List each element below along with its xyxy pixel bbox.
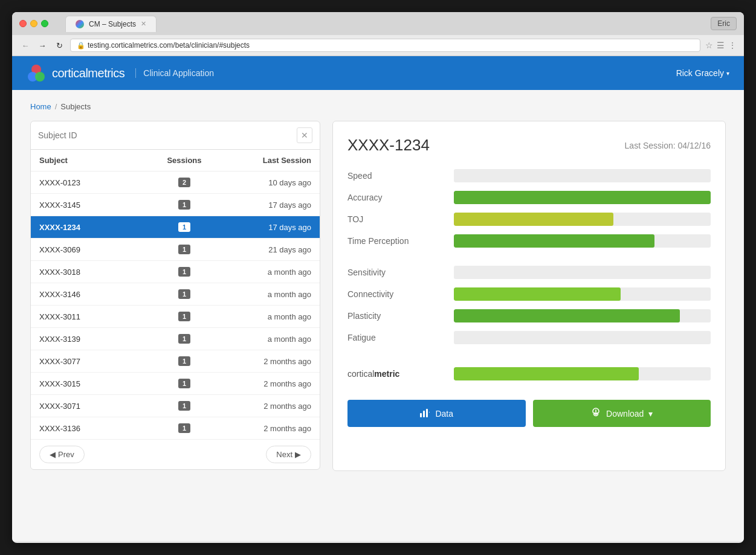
last-session: 17 days ago (215, 223, 311, 232)
reader-icon[interactable]: ☰ (717, 40, 725, 50)
table-row[interactable]: XXXX-3071 1 2 months ago (31, 395, 320, 417)
session-count: 1 (178, 222, 190, 232)
next-button[interactable]: Next ▶ (266, 446, 311, 463)
subject-id: XXXX-1234 (39, 223, 154, 232)
table-row[interactable]: XXXX-0123 2 10 days ago (31, 172, 320, 194)
prev-arrow-icon: ◀ (50, 450, 56, 459)
sessions-cell: 1 (154, 334, 215, 344)
metric-row-fatigue: Fatigue (347, 331, 711, 344)
session-count: 1 (178, 289, 190, 299)
table-row-selected[interactable]: XXXX-1234 1 17 days ago (31, 216, 320, 239)
svg-rect-6 (429, 412, 430, 412)
sessions-cell: 1 (154, 401, 215, 411)
metric-row-sensitivity: Sensitivity (347, 266, 711, 279)
breadcrumb-separator: / (55, 102, 57, 111)
svg-rect-4 (423, 411, 425, 417)
tab-close-button[interactable]: ✕ (141, 20, 146, 28)
session-count: 1 (178, 379, 190, 388)
data-button-label: Data (435, 409, 453, 419)
next-arrow-icon: ▶ (295, 450, 301, 459)
url-bar[interactable]: 🔒 testing.corticalmetrics.com/beta/clini… (70, 39, 700, 52)
metric-bar (454, 287, 621, 301)
session-count: 2 (178, 178, 190, 187)
metric-label: Time Perception (347, 236, 444, 246)
profile-button[interactable]: Eric (711, 17, 737, 30)
download-button[interactable]: Download ▾ (533, 400, 711, 427)
svg-rect-5 (426, 409, 428, 417)
subject-id: XXXX-3011 (39, 312, 154, 321)
bookmark-icon[interactable]: ☆ (705, 40, 713, 50)
last-session: 2 months ago (215, 402, 311, 411)
subject-id: XXXX-3077 (39, 357, 154, 366)
traffic-lights (19, 20, 48, 27)
table-row[interactable]: XXXX-3136 1 2 months ago (31, 417, 320, 440)
search-input[interactable] (38, 130, 292, 140)
metric-label: Accuracy (347, 193, 444, 202)
metrics-divider-2 (347, 353, 711, 362)
cortical-metric-label: corticalmetric (347, 369, 444, 379)
download-button-label: Download (606, 409, 644, 419)
metric-bar-container (454, 213, 711, 226)
metric-bar (454, 309, 680, 322)
detail-panel: XXXX-1234 Last Session: 04/12/16 Speed (332, 121, 726, 471)
title-bar: CM – Subjects ✕ Eric (12, 12, 744, 35)
back-button[interactable]: ← (19, 39, 31, 51)
table-row[interactable]: XXXX-3077 1 2 months ago (31, 350, 320, 373)
pagination: ◀ ◄ Prev Prev Next ▶ (31, 440, 320, 469)
cortical-metric-bar (454, 367, 639, 380)
col-last-session: Last Session (215, 156, 311, 165)
subject-id: XXXX-3015 (39, 379, 154, 388)
session-count: 1 (178, 312, 190, 321)
table-row[interactable]: XXXX-3145 1 17 days ago (31, 194, 320, 216)
sessions-cell: 1 (154, 267, 215, 277)
prev-button[interactable]: ◀ ◄ Prev Prev (39, 446, 85, 463)
table-row[interactable]: XXXX-3069 1 21 days ago (31, 239, 320, 261)
last-session-info: Last Session: 04/12/16 (625, 141, 711, 150)
app-logo: corticalmetrics Clinical Application (27, 63, 214, 83)
metric-label: Plasticity (347, 311, 444, 321)
data-button[interactable]: Data (347, 400, 526, 427)
metric-bar-container (454, 169, 711, 182)
subject-id: XXXX-3136 (39, 424, 154, 433)
logo-text: corticalmetrics (52, 66, 124, 80)
menu-icon[interactable]: ⋮ (728, 40, 737, 50)
sessions-cell: 1 (154, 245, 215, 254)
metrics-divider (347, 256, 711, 266)
metric-bar-container (454, 234, 711, 248)
session-count: 1 (178, 334, 190, 344)
last-session: a month ago (215, 312, 311, 321)
address-bar: ← → ↻ 🔒 testing.corticalmetrics.com/beta… (12, 35, 744, 56)
next-label: Next (276, 450, 292, 459)
close-window-button[interactable] (19, 20, 27, 27)
subject-id: XXXX-3018 (39, 268, 154, 277)
subjects-panel: ✕ Subject Sessions Last Session XXXX-012… (30, 121, 320, 470)
breadcrumb-home[interactable]: Home (30, 102, 51, 111)
table-row[interactable]: XXXX-3146 1 a month ago (31, 283, 320, 306)
table-row[interactable]: XXXX-3018 1 a month ago (31, 261, 320, 283)
sessions-cell: 1 (154, 423, 215, 433)
metric-label: Speed (347, 171, 444, 181)
subject-id: XXXX-0123 (39, 178, 154, 187)
tab-favicon (76, 20, 84, 28)
detail-actions: Data (347, 400, 711, 427)
metric-row-time-perception: Time Perception (347, 234, 711, 248)
metric-bar-container (454, 331, 711, 344)
metric-bar-container (454, 287, 711, 301)
search-clear-button[interactable]: ✕ (297, 127, 312, 143)
maximize-window-button[interactable] (41, 20, 48, 27)
table-row[interactable]: XXXX-3015 1 2 months ago (31, 373, 320, 395)
app-header: corticalmetrics Clinical Application Ric… (12, 56, 744, 90)
minimize-window-button[interactable] (30, 20, 37, 27)
session-count: 1 (178, 267, 190, 277)
app-subtitle: Clinical Application (135, 68, 214, 78)
active-tab[interactable]: CM – Subjects ✕ (65, 16, 157, 32)
table-row[interactable]: XXXX-3139 1 a month ago (31, 328, 320, 350)
metric-row-speed: Speed (347, 169, 711, 182)
user-menu[interactable]: Rick Gracely ▾ (676, 68, 729, 78)
table-row[interactable]: XXXX-3011 1 a month ago (31, 306, 320, 328)
reload-button[interactable]: ↻ (53, 39, 65, 51)
subject-id: XXXX-3145 (39, 201, 154, 210)
session-count: 1 (178, 245, 190, 254)
forward-button[interactable]: → (36, 39, 48, 51)
last-session: 21 days ago (215, 245, 311, 254)
